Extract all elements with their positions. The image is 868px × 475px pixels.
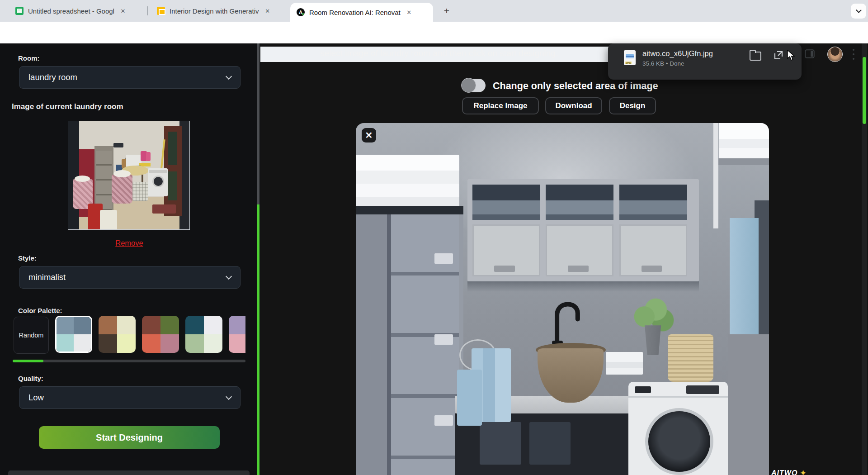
room-select[interactable]: laundry room [19,66,241,89]
style-select[interactable]: minimalist [19,266,241,289]
tab-title: Interior Design with Generativ [170,7,259,15]
mouse-cursor [787,50,797,62]
sidebar-partial-element [8,470,250,475]
start-designing-button[interactable]: Start Designing [39,426,220,449]
aitwo-logo-icon: A [297,8,305,16]
side-panel-icon[interactable] [804,48,816,60]
download-button[interactable]: Download [545,97,602,114]
random-palette-button[interactable]: Random [14,317,49,354]
room-label: Room: [18,54,40,62]
palette-swatch-3[interactable] [142,316,179,353]
selected-area-toggle[interactable] [462,79,486,92]
palette-scrollbar-thumb[interactable] [13,360,43,362]
design-options-sidebar: Room: laundry room Image of current laun… [0,43,260,475]
quality-select-value: Low [28,393,44,403]
google-sheets-icon [15,7,24,15]
towel-stack-right [719,123,769,158]
show-in-folder-icon[interactable] [750,52,761,61]
page-scrollbar-thumb[interactable] [863,57,866,124]
tab-close-icon[interactable]: ✕ [119,7,127,15]
tab-close-icon[interactable]: ✕ [264,7,272,15]
download-filename: aitwo.co_x6UjGfn.jpg [642,49,713,58]
towel-stack-left [356,155,459,208]
renovated-room-image [356,123,769,475]
quality-label: Quality: [18,375,43,382]
design-button[interactable]: Design [609,97,656,114]
room-select-value: laundry room [28,72,77,82]
palette-row [55,316,245,356]
current-image-label: Image of current laundry room [12,102,123,111]
washer-door [645,408,713,475]
palette-scrollbar[interactable] [13,360,245,362]
tab-spreadsheet[interactable]: Untitled spreadsheet - Googl ✕ [9,0,145,22]
menu-kebab-icon[interactable] [853,49,854,60]
sidebar-scrollbar-track[interactable] [257,43,259,204]
close-image-button[interactable]: ✕ [362,128,376,142]
chevron-down-icon [856,7,862,13]
tab-title: Untitled spreadsheet - Googl [28,7,114,15]
chevron-down-icon [226,73,232,79]
palette-swatch-4[interactable] [185,316,222,353]
sidebar-scrollbar-thumb[interactable] [257,204,259,475]
remove-image-link[interactable]: Remove [89,239,170,247]
browser-window: Untitled spreadsheet - Googl ✕ Interior … [0,0,868,475]
chevron-down-icon [226,393,232,399]
tab-room-renovation-active[interactable]: A Room Renovation AI: Renovat ✕ [290,3,433,22]
google-slides-icon [157,7,165,15]
tab-close-icon[interactable]: ✕ [405,8,413,16]
toggle-knob [461,78,476,93]
woven-basket [668,334,713,382]
file-jpg-icon [624,50,636,65]
random-label: Random [19,332,44,339]
palette-swatch-2[interactable] [99,316,136,353]
palette-label: Color Palette: [18,307,62,314]
plant-vase [642,325,664,355]
open-in-new-icon[interactable] [773,50,784,61]
watermark: AITWO ✦ [771,469,853,475]
replace-image-button[interactable]: Replace Image [462,97,539,114]
current-room-thumbnail [68,121,190,230]
browser-toolbar: aitwo.co/ai-interior-design [0,22,868,43]
faucet [548,292,589,348]
palette-swatch-5[interactable] [229,316,245,353]
watermark-text: AITWO [771,469,797,475]
tab-strip: Untitled spreadsheet - Googl ✕ Interior … [0,0,868,22]
toggle-label: Change only selected area of image [493,81,658,92]
new-tab-button[interactable]: + [441,6,452,17]
chevron-down-icon [226,273,232,279]
quality-select[interactable]: Low [19,386,241,409]
sparkle-icon: ✦ [800,469,807,475]
download-meta: 35.6 KB • Done [642,60,684,67]
palette-swatch-1[interactable] [55,316,92,353]
style-label: Style: [18,254,37,262]
tab-title: Room Renovation AI: Renovat [309,9,401,16]
tab-slides[interactable]: Interior Design with Generativ ✕ [151,0,286,22]
download-bubble[interactable] [608,43,802,80]
profile-avatar[interactable] [827,47,843,62]
instruction-text: select image of laundry room and then cl… [320,48,558,58]
tab-separator [147,6,148,15]
window-chevron-button[interactable] [851,4,866,19]
vessel-sink [538,348,604,403]
style-select-value: minimalist [28,272,66,282]
